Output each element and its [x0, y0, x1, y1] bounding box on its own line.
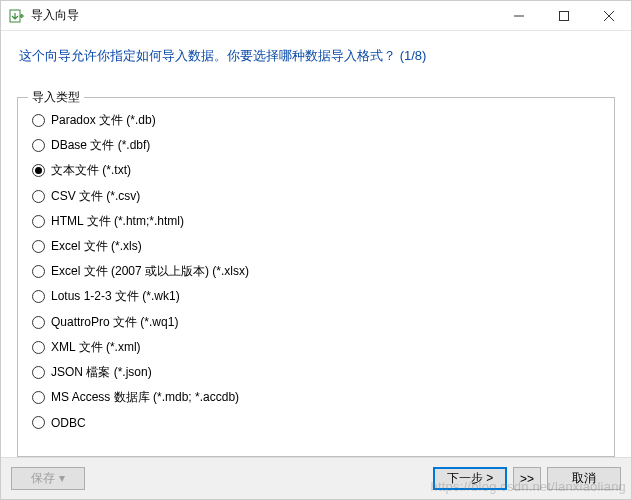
radio-label: QuattroPro 文件 (*.wq1)	[51, 314, 178, 331]
radio-label: ODBC	[51, 416, 86, 430]
radio-label: XML 文件 (*.xml)	[51, 339, 141, 356]
radio-label: MS Access 数据库 (*.mdb; *.accdb)	[51, 389, 239, 406]
radio-option[interactable]: HTML 文件 (*.htm;*.html)	[32, 209, 600, 234]
radio-option[interactable]: Excel 文件 (2007 或以上版本) (*.xlsx)	[32, 259, 600, 284]
radio-indicator	[32, 164, 45, 177]
wizard-heading: 这个向导允许你指定如何导入数据。你要选择哪种数据导入格式？ (1/8)	[17, 41, 615, 75]
radio-option[interactable]: Excel 文件 (*.xls)	[32, 234, 600, 259]
radio-indicator	[32, 265, 45, 278]
radio-option[interactable]: Paradox 文件 (*.db)	[32, 108, 600, 133]
radio-indicator	[32, 240, 45, 253]
radio-indicator	[32, 416, 45, 429]
radio-option[interactable]: JSON 檔案 (*.json)	[32, 360, 600, 385]
radio-indicator	[32, 190, 45, 203]
radio-indicator	[32, 290, 45, 303]
radio-label: Lotus 1-2-3 文件 (*.wk1)	[51, 288, 180, 305]
save-label: 保存	[31, 471, 55, 485]
radio-indicator	[32, 215, 45, 228]
content-area: 这个向导允许你指定如何导入数据。你要选择哪种数据导入格式？ (1/8) 导入类型…	[1, 31, 631, 457]
radio-option[interactable]: Lotus 1-2-3 文件 (*.wk1)	[32, 284, 600, 309]
radio-label: CSV 文件 (*.csv)	[51, 188, 140, 205]
radio-label: DBase 文件 (*.dbf)	[51, 137, 150, 154]
next-button[interactable]: 下一步 >	[433, 467, 507, 490]
radio-option[interactable]: DBase 文件 (*.dbf)	[32, 133, 600, 158]
radio-option[interactable]: 文本文件 (*.txt)	[32, 158, 600, 183]
save-button[interactable]: 保存 ▾	[11, 467, 85, 490]
radio-label: HTML 文件 (*.htm;*.html)	[51, 213, 184, 230]
radio-label: 文本文件 (*.txt)	[51, 162, 131, 179]
svg-rect-2	[559, 11, 568, 20]
radio-label: Excel 文件 (*.xls)	[51, 238, 142, 255]
group-legend: 导入类型	[28, 89, 84, 106]
radio-option[interactable]: ODBC	[32, 410, 600, 435]
maximize-button[interactable]	[541, 1, 586, 31]
radio-label: Paradox 文件 (*.db)	[51, 112, 156, 129]
radio-option[interactable]: MS Access 数据库 (*.mdb; *.accdb)	[32, 385, 600, 410]
step-indicator: (1/8)	[400, 48, 427, 63]
minimize-button[interactable]	[496, 1, 541, 31]
radio-indicator	[32, 139, 45, 152]
heading-text: 这个向导允许你指定如何导入数据。你要选择哪种数据导入格式？	[19, 48, 396, 63]
cancel-button[interactable]: 取消	[547, 467, 621, 490]
titlebar: 导入向导	[1, 1, 631, 31]
skip-button[interactable]: >>	[513, 467, 541, 490]
footer-bar: 保存 ▾ 下一步 > >> 取消	[1, 457, 631, 499]
radio-indicator	[32, 114, 45, 127]
radio-option[interactable]: QuattroPro 文件 (*.wq1)	[32, 310, 600, 335]
radio-list: Paradox 文件 (*.db)DBase 文件 (*.dbf)文本文件 (*…	[32, 108, 600, 435]
radio-indicator	[32, 316, 45, 329]
radio-option[interactable]: CSV 文件 (*.csv)	[32, 184, 600, 209]
radio-indicator	[32, 341, 45, 354]
radio-label: JSON 檔案 (*.json)	[51, 364, 152, 381]
import-icon	[9, 8, 25, 24]
window-title: 导入向导	[31, 7, 79, 24]
close-button[interactable]	[586, 1, 631, 31]
radio-indicator	[32, 366, 45, 379]
import-type-group: 导入类型 Paradox 文件 (*.db)DBase 文件 (*.dbf)文本…	[17, 97, 615, 457]
radio-indicator	[32, 391, 45, 404]
radio-option[interactable]: XML 文件 (*.xml)	[32, 335, 600, 360]
import-wizard-window: 导入向导 这个向导允许你指定如何导入数据。你要选择哪种数据导入格式？ (1/8)…	[0, 0, 632, 500]
radio-label: Excel 文件 (2007 或以上版本) (*.xlsx)	[51, 263, 249, 280]
